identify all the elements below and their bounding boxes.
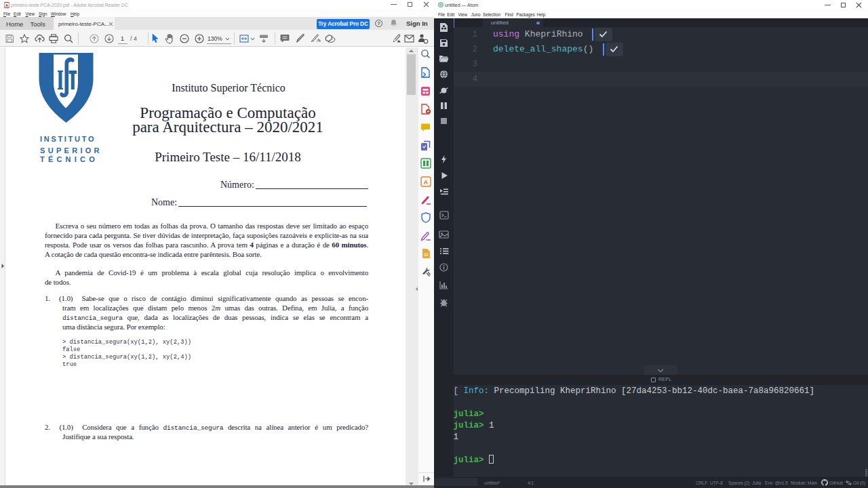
svg-text:A: A [424, 178, 429, 186]
